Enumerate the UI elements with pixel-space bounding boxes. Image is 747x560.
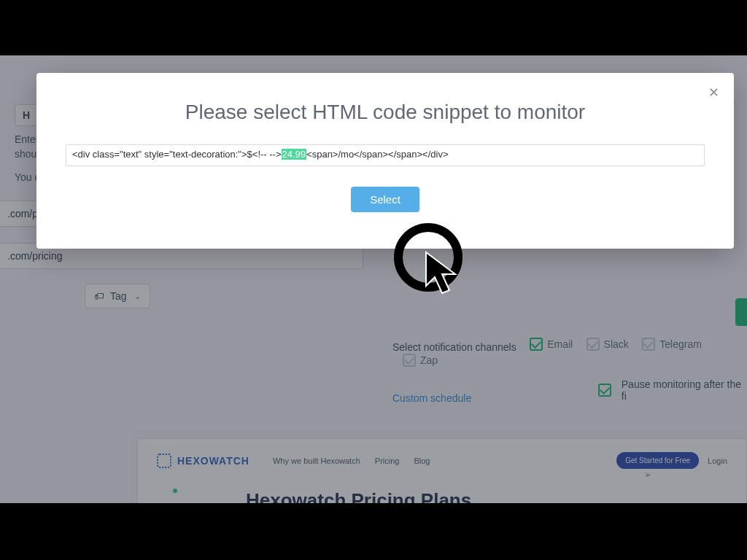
letterbox-top xyxy=(0,0,747,55)
select-snippet-modal: ✕ Please select HTML code snippet to mon… xyxy=(36,73,734,249)
modal-title: Please select HTML code snippet to monit… xyxy=(66,101,705,124)
html-snippet-input[interactable] xyxy=(66,144,705,166)
app-viewport: H Enter shoul You c Select notification … xyxy=(0,55,747,503)
close-button[interactable]: ✕ xyxy=(708,85,719,101)
letterbox-bottom xyxy=(0,503,747,560)
select-button[interactable]: Select xyxy=(351,187,419,212)
